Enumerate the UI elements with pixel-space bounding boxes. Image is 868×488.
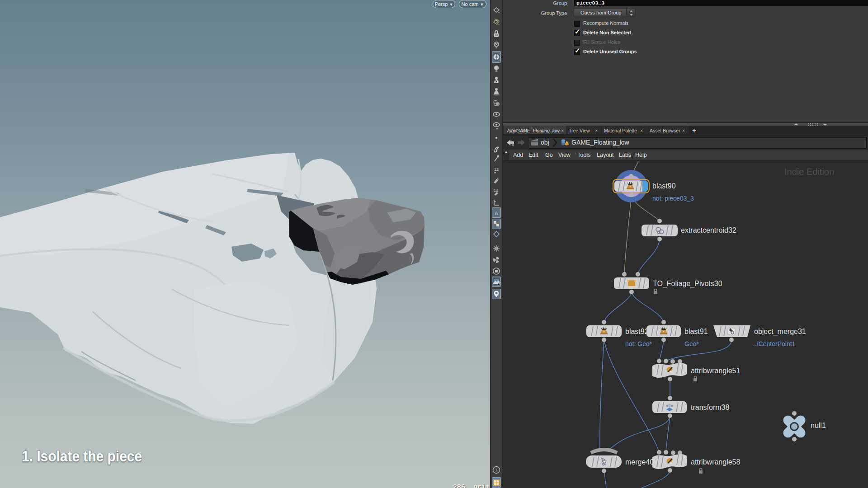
svg-text:blast91: blast91	[684, 328, 708, 335]
svg-text:12: 12	[494, 167, 499, 172]
svg-text:12: 12	[494, 188, 498, 192]
svg-text:blast90: blast90	[652, 182, 676, 190]
svg-text:extractcentroid32: extractcentroid32	[681, 226, 736, 234]
svg-text:4: 4	[497, 177, 499, 180]
svg-text:object_merge31: object_merge31	[754, 328, 806, 336]
svg-text:not: Geo*: not: Geo*	[625, 340, 652, 347]
svg-text:blast92: blast92	[625, 328, 649, 335]
svg-text:transform38: transform38	[691, 404, 729, 411]
svg-text:merge40: merge40	[625, 458, 654, 466]
svg-text:../CenterPoint1: ../CenterPoint1	[753, 340, 796, 347]
svg-text:not: piece03_3: not: piece03_3	[652, 195, 694, 202]
svg-text:Geo*: Geo*	[684, 340, 699, 347]
svg-text:i: i	[495, 467, 497, 473]
svg-text:TO_Foliage_Pivots30: TO_Foliage_Pivots30	[653, 280, 722, 288]
svg-text:attribwrangle51: attribwrangle51	[691, 367, 741, 375]
svg-text:attribwrangle58: attribwrangle58	[691, 458, 741, 466]
svg-text:null1: null1	[811, 422, 826, 429]
